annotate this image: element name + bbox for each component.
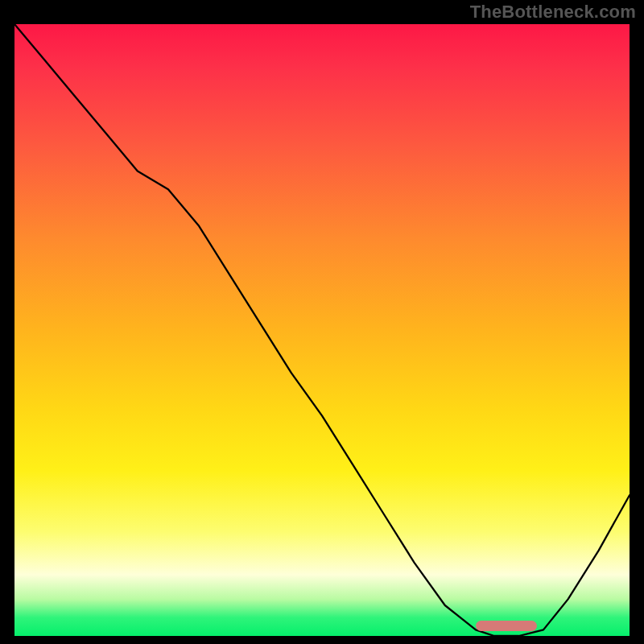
plot-area (14, 24, 630, 636)
optimal-marker (476, 621, 537, 631)
curve-layer (14, 24, 630, 636)
bottleneck-curve (14, 24, 630, 636)
watermark-text: TheBottleneck.com (470, 2, 636, 23)
chart-frame: TheBottleneck.com (0, 0, 644, 644)
